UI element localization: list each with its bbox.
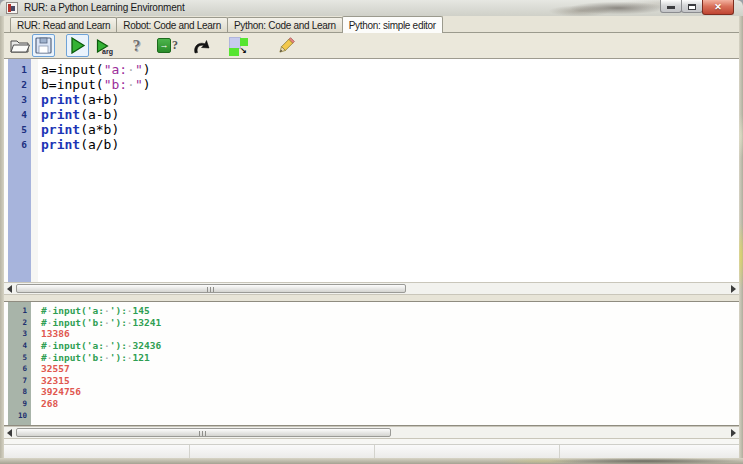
- status-pane-3: [375, 445, 560, 458]
- notebook-tab-bar: RUR: Read and Learn Robot: Code and Lear…: [4, 16, 739, 33]
- save-floppy-icon: [35, 37, 52, 54]
- maximize-button[interactable]: [681, 0, 703, 13]
- code-line: 1a=input("a:·"): [8, 62, 739, 77]
- code-editor[interactable]: 1a=input("a:·")2b=input("b:·")3print(a+b…: [4, 58, 739, 282]
- output-line: 9268: [8, 398, 739, 410]
- editor-hscrollbar[interactable]: [4, 282, 739, 295]
- close-button[interactable]: [702, 0, 734, 15]
- maximize-icon: [688, 4, 696, 10]
- help-icon: ?: [133, 37, 141, 55]
- scroll-left-icon[interactable]: [7, 285, 12, 293]
- minimize-icon: [667, 6, 675, 9]
- output-console[interactable]: 1#·input('a:·'):·1452#·input('b:·'):·132…: [4, 301, 739, 426]
- layout-toggle-button[interactable]: ↘: [226, 34, 249, 57]
- window-border-bottom: [0, 458, 743, 464]
- scroll-left-icon[interactable]: [7, 429, 12, 437]
- toolbar: arg ? → ? ↘: [4, 33, 739, 58]
- status-bar: [4, 444, 739, 458]
- output-line: 5#·input('b:·'):·121: [8, 351, 739, 363]
- output-panel: 1#·input('a:·'):·1452#·input('b:·'):·132…: [4, 301, 739, 439]
- output-hscrollbar-thumb[interactable]: [16, 428, 391, 437]
- window-controls: [661, 0, 734, 15]
- status-pane-4: [560, 445, 739, 458]
- tab-robot-code-and-learn[interactable]: Robot: Code and Learn: [116, 17, 228, 32]
- output-line: 632557: [8, 363, 739, 375]
- output-lines: 1#·input('a:·'):·1452#·input('b:·'):·132…: [8, 302, 739, 425]
- output-hscrollbar[interactable]: [4, 426, 739, 439]
- scroll-right-icon[interactable]: [731, 285, 736, 293]
- output-line: 732315: [8, 375, 739, 387]
- undo-arrow-icon: [191, 37, 211, 55]
- scroll-right-icon[interactable]: [731, 429, 736, 437]
- app-icon: [6, 2, 18, 14]
- open-file-button[interactable]: [8, 34, 31, 57]
- app-window: RUR: a Python Learning Environment RUR: …: [0, 0, 743, 464]
- code-line: 5print(a*b): [8, 122, 739, 137]
- code-line: 6print(a/b): [8, 137, 739, 152]
- editor-lines: 1a=input("a:·")2b=input("b:·")3print(a+b…: [8, 59, 739, 282]
- edit-mode-button[interactable]: [274, 34, 297, 57]
- output-line: 1#·input('a:·'):·145: [8, 305, 739, 317]
- pencil-icon: [276, 36, 296, 56]
- save-file-button[interactable]: [32, 34, 55, 57]
- layout-squares-icon: ↘: [227, 35, 248, 57]
- code-line: 4print(a-b): [8, 107, 739, 122]
- output-line: 4#·input('a:·'):·32436: [8, 340, 739, 352]
- folder-open-icon: [9, 37, 30, 54]
- run-button[interactable]: [66, 34, 89, 57]
- close-icon: [714, 1, 722, 14]
- output-line: 313386: [8, 328, 739, 340]
- tab-python-simple-editor[interactable]: Python: simple editor: [342, 16, 443, 33]
- tab-python-code-and-learn[interactable]: Python: Code and Learn: [227, 17, 343, 32]
- context-help-button[interactable]: → ?: [156, 34, 179, 57]
- minimize-button[interactable]: [660, 0, 682, 13]
- code-editor-panel: 1a=input("a:·")2b=input("b:·")3print(a+b…: [4, 58, 739, 295]
- output-line: 2#·input('b:·'):·13241: [8, 317, 739, 329]
- code-line: 3print(a+b): [8, 92, 739, 107]
- status-pane-1: [4, 445, 190, 458]
- run-args-label: arg: [102, 48, 113, 55]
- tab-rur-read-and-learn[interactable]: RUR: Read and Learn: [10, 17, 117, 32]
- code-line: 2b=input("b:·"): [8, 77, 739, 92]
- title-bar[interactable]: RUR: a Python Learning Environment: [0, 0, 743, 17]
- client-area: RUR: Read and Learn Robot: Code and Lear…: [4, 16, 739, 458]
- run-play-icon: [70, 37, 86, 54]
- window-title: RUR: a Python Learning Environment: [24, 2, 185, 13]
- run-with-args-button[interactable]: arg: [91, 34, 114, 57]
- output-line: 83924756: [8, 386, 739, 398]
- undo-button[interactable]: [189, 34, 212, 57]
- window-border-right: [739, 16, 743, 458]
- context-help-icon: →: [157, 38, 171, 53]
- editor-hscrollbar-thumb[interactable]: [16, 284, 406, 293]
- output-line: 10: [8, 409, 739, 421]
- status-pane-2: [190, 445, 375, 458]
- help-button[interactable]: ?: [125, 34, 148, 57]
